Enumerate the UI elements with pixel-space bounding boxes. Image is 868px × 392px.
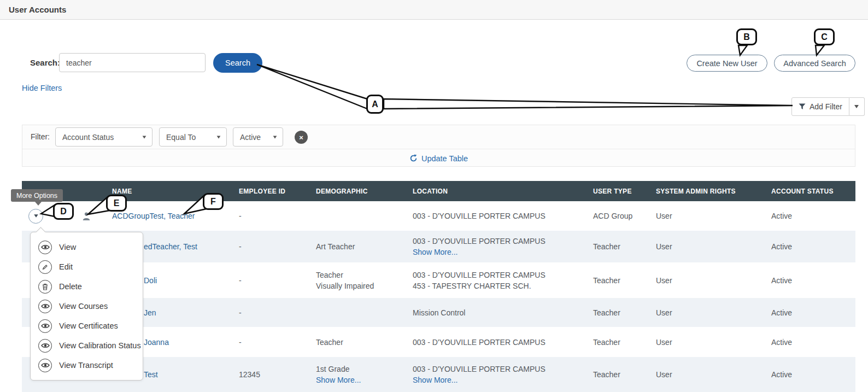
demographic-cell: Art Teacher: [309, 241, 406, 252]
employee-id-cell: -: [232, 241, 309, 252]
menu-item-view-certificates[interactable]: View Certificates: [31, 316, 143, 336]
menu-item-label: View Courses: [59, 302, 108, 311]
menu-item-view-transcript[interactable]: View Transcript: [31, 355, 143, 375]
tooltip-arrow: [35, 202, 42, 206]
menu-item-label: View Transcript: [59, 361, 113, 370]
chevron-down-icon: [273, 136, 277, 138]
admin-rights-cell: User: [649, 337, 764, 348]
callout-c: C: [814, 28, 835, 45]
more-options-button[interactable]: [28, 209, 43, 224]
chevron-down-icon: [34, 214, 38, 218]
account-status-cell: Active: [764, 337, 855, 348]
demographic-cell: Teacher: [309, 337, 406, 348]
show-more-link[interactable]: Show More...: [316, 375, 406, 385]
filter-operator-select[interactable]: Equal To: [159, 127, 227, 147]
more-options-tooltip: More Options: [11, 189, 63, 202]
user-type-cell: ACD Group: [587, 210, 649, 221]
location-cell: 003 - D'YOUVILLE PORTER CAMPUS Show More…: [406, 364, 587, 385]
refresh-icon: [409, 154, 418, 162]
filter-value-select[interactable]: Active: [233, 127, 283, 147]
table-row: edTeacher, Test - Art Teacher 003 - D'YO…: [22, 231, 855, 262]
menu-item-view[interactable]: View: [31, 237, 143, 257]
eye-icon: [38, 300, 52, 313]
account-status-cell: Active: [764, 275, 855, 286]
menu-item-delete[interactable]: Delete: [31, 277, 143, 296]
demographic-line: Visually Impaired: [316, 280, 406, 291]
user-type-cell: Teacher: [587, 275, 649, 286]
eye-icon: [38, 339, 52, 353]
update-table-link[interactable]: Update Table: [22, 149, 855, 167]
location-line: 453 - TAPESTRY CHARTER SCH.: [413, 280, 587, 291]
employee-id-cell: -: [232, 210, 309, 221]
table-row: ACDGroupTest, Teacher - 003 - D'YOUVILLE…: [22, 201, 855, 231]
person-icon: [82, 212, 105, 221]
user-name-link[interactable]: edTeacher, Test: [144, 241, 197, 252]
table-row: Doli - Teacher Visually Impaired 003 - D…: [22, 262, 855, 298]
callout-e: E: [106, 195, 127, 212]
search-input[interactable]: [59, 53, 206, 72]
location-cell: 003 - D'YOUVILLE PORTER CAMPUS 453 - TAP…: [406, 270, 587, 291]
employee-id-cell: -: [232, 337, 309, 348]
user-name-link[interactable]: ACDGroupTest, Teacher: [112, 212, 195, 220]
employee-id-cell: -: [232, 275, 309, 286]
add-filter-caret-button[interactable]: [849, 97, 865, 116]
callout-d: D: [53, 203, 74, 220]
more-options-menu: View Edit Delete View Courses View Certi…: [30, 232, 143, 381]
location-cell: 003 - D'YOUVILLE PORTER CAMPUS Show More…: [406, 236, 587, 258]
user-type-cell: Teacher: [587, 241, 649, 252]
filter-value-value: Active: [240, 133, 261, 142]
search-button[interactable]: Search: [213, 53, 262, 73]
menu-item-label: Edit: [59, 262, 73, 271]
hide-filters-link[interactable]: Hide Filters: [22, 84, 62, 92]
advanced-search-button[interactable]: Advanced Search: [774, 55, 855, 72]
account-status-cell: Active: [764, 210, 855, 221]
chevron-down-icon: [217, 136, 221, 138]
menu-item-view-courses[interactable]: View Courses: [31, 296, 143, 316]
user-name-link[interactable]: Joanna: [144, 337, 169, 348]
filter-label: Filter:: [31, 132, 50, 141]
filter-panel: Filter: Account Status Equal To Active ×…: [22, 125, 855, 167]
user-name-link[interactable]: Test: [144, 369, 158, 380]
create-new-user-button[interactable]: Create New User: [687, 55, 767, 72]
add-filter-button[interactable]: Add Filter: [791, 97, 849, 116]
menu-item-label: View: [59, 243, 76, 251]
location-line: 003 - D'YOUVILLE PORTER CAMPUS: [413, 237, 546, 245]
demographic-line: 1st Grade: [316, 365, 349, 373]
location-line: 003 - D'YOUVILLE PORTER CAMPUS: [413, 365, 546, 373]
demographic-line: Teacher: [316, 270, 406, 280]
show-more-link[interactable]: Show More...: [413, 375, 587, 385]
funnel-icon: [799, 103, 806, 110]
account-status-cell: Active: [764, 307, 855, 318]
table-row: Test 12345 1st Grade Show More... 003 - …: [22, 357, 855, 392]
location-cell: 003 - D'YOUVILLE PORTER CAMPUS: [406, 337, 587, 348]
remove-filter-button[interactable]: ×: [295, 131, 308, 144]
search-label: Search:: [30, 58, 60, 67]
filter-field-select[interactable]: Account Status: [55, 127, 153, 147]
filter-field-value: Account Status: [62, 133, 114, 142]
user-type-cell: Teacher: [587, 337, 649, 348]
add-filter-group: Add Filter: [791, 97, 865, 116]
demographic-cell: Teacher Visually Impaired: [309, 270, 406, 291]
menu-item-view-calibration-status[interactable]: View Calibration Status: [31, 336, 143, 355]
eye-icon: [38, 241, 52, 254]
menu-item-edit[interactable]: Edit: [31, 257, 143, 277]
account-status-cell: Active: [764, 241, 855, 252]
table-row: Joanna - Teacher 003 - D'YOUVILLE PORTER…: [22, 327, 855, 357]
trash-icon: [38, 280, 52, 294]
pencil-icon: [38, 260, 52, 274]
col-header-account-status: ACCOUNT STATUS: [764, 188, 855, 195]
admin-rights-cell: User: [649, 369, 764, 380]
account-status-cell: Active: [764, 369, 855, 380]
location-cell: 003 - D'YOUVILLE PORTER CAMPUS: [406, 210, 587, 221]
admin-rights-cell: User: [649, 241, 764, 252]
filter-operator-value: Equal To: [166, 133, 196, 142]
menu-item-label: View Calibration Status: [59, 341, 141, 350]
user-type-cell: Teacher: [587, 369, 649, 380]
user-name-link[interactable]: Doli: [144, 275, 157, 286]
location-line: 003 - D'YOUVILLE PORTER CAMPUS: [413, 270, 587, 280]
menu-item-label: View Certificates: [59, 321, 118, 330]
title-bar: User Accounts: [0, 0, 868, 20]
user-name-link[interactable]: Jen: [144, 307, 156, 318]
show-more-link[interactable]: Show More...: [413, 247, 587, 258]
eye-icon: [38, 319, 52, 333]
